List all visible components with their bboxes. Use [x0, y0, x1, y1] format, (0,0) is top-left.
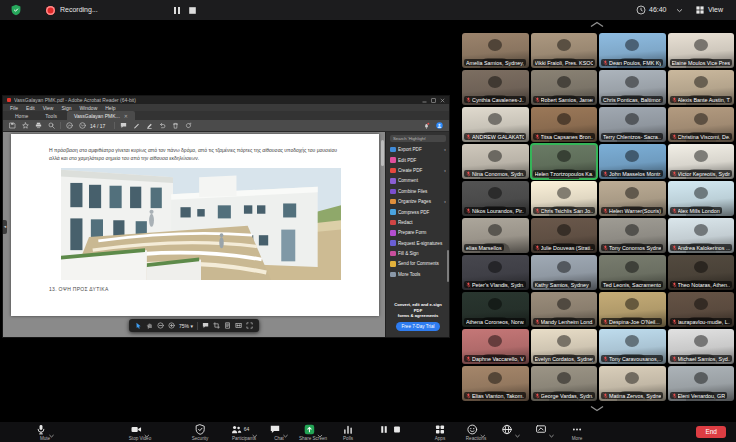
- encryption-shield-icon[interactable]: [10, 4, 22, 16]
- share-control[interactable]: Share Screen: [299, 424, 327, 441]
- participant-tile[interactable]: ANDREW GALAKATO...: [462, 107, 529, 142]
- pencil-icon[interactable]: [133, 122, 140, 129]
- participant-tile[interactable]: Eleni Venardou, GR: [668, 366, 735, 401]
- participants-control[interactable]: 64Participants: [231, 424, 258, 441]
- comment-icon[interactable]: [120, 122, 127, 129]
- pdf-document-area[interactable]: Η πρόσβαση στο αμφιθέατρο γίνεται κυρίως…: [3, 132, 385, 337]
- reactions-control[interactable]: Reactions: [466, 424, 486, 441]
- tab-close-icon[interactable]: ✕: [124, 113, 128, 119]
- fullscreen-icon[interactable]: [246, 322, 253, 329]
- menu-help[interactable]: Help: [105, 105, 115, 111]
- participant-tile[interactable]: Peter's Vlandis, Sydn...: [462, 255, 529, 290]
- chevron-up-icon[interactable]: [549, 424, 555, 442]
- tool-item-prepare-form[interactable]: Prepare Form: [390, 228, 446, 238]
- tab-home[interactable]: Home: [8, 111, 35, 120]
- menu-edit[interactable]: Edit: [26, 105, 35, 111]
- participant-tile[interactable]: Kathy Samios, Sydney: [531, 255, 598, 290]
- tool-item-export-pdf[interactable]: Export PDF▾: [390, 145, 446, 155]
- whiteboards-control[interactable]: [536, 424, 555, 435]
- trash-icon[interactable]: [172, 122, 179, 129]
- participant-tile[interactable]: Alex Mills London: [668, 181, 735, 216]
- participant-tile[interactable]: George Vardas, Sydn...: [531, 366, 598, 401]
- refresh-icon[interactable]: [185, 122, 192, 129]
- menu-view[interactable]: View: [43, 105, 54, 111]
- timer-chevron-down-icon[interactable]: [676, 8, 683, 13]
- hand-icon[interactable]: [146, 322, 153, 329]
- tool-item-edit-pdf[interactable]: Edit PDF: [390, 155, 446, 165]
- tools-panel-scrollbar[interactable]: [447, 250, 450, 282]
- participant-tile[interactable]: Michael Samios, Syd...: [668, 329, 735, 364]
- tool-item-create-pdf[interactable]: Create PDF▾: [390, 165, 446, 175]
- tools-search-input[interactable]: Search 'Highlight': [390, 135, 446, 142]
- tool-item-request-e-signatures[interactable]: Request E-signatures: [390, 238, 446, 248]
- chevron-up-icon[interactable]: [515, 424, 521, 442]
- camera-control[interactable]: Stop Video: [129, 424, 151, 441]
- participant-tile[interactable]: Theo Notaras, Athen...: [668, 255, 735, 290]
- free-trial-button[interactable]: Free 7-Day Trial: [396, 322, 441, 331]
- participant-tile[interactable]: John Masselos Montr...: [599, 144, 666, 179]
- tool-item-send-for-comments[interactable]: Send for Comments: [390, 259, 446, 269]
- participant-tile[interactable]: Matina Zervos, Sydney: [599, 366, 666, 401]
- comment-icon[interactable]: [202, 322, 209, 329]
- close-window-icon[interactable]: [440, 98, 445, 103]
- tool-item-organize-pages[interactable]: Organize Pages▾: [390, 196, 446, 206]
- participant-tile[interactable]: Tony Caravousanos,...: [599, 329, 666, 364]
- participant-tile[interactable]: Daphne Vaccarello, V...: [462, 329, 529, 364]
- document-scrollbar[interactable]: [381, 140, 384, 166]
- view-button[interactable]: View: [708, 6, 723, 13]
- polls-control[interactable]: Polls: [343, 424, 354, 441]
- participant-tile[interactable]: Robert Samios, Jamesto...: [531, 70, 598, 105]
- fit-width-icon[interactable]: [235, 322, 242, 329]
- gallery-scroll-up-icon[interactable]: [589, 21, 605, 28]
- participant-tile[interactable]: Helen Tzortzopoulos Ka...: [531, 144, 598, 179]
- avatar-icon[interactable]: [436, 122, 443, 129]
- page-prev-icon[interactable]: [66, 122, 73, 129]
- cursor-icon[interactable]: [135, 322, 142, 329]
- undo-icon[interactable]: [159, 122, 166, 129]
- pause-recording-icon[interactable]: [172, 6, 182, 15]
- save-icon[interactable]: [9, 122, 16, 129]
- tool-item-more-tools[interactable]: More Tools: [390, 269, 446, 279]
- zoom-level[interactable]: 75% ▾: [179, 323, 193, 329]
- page-indicator[interactable]: 14 / 17: [90, 123, 105, 129]
- participant-tile[interactable]: Nikos Lourandos, Pir...: [462, 181, 529, 216]
- participant-tile[interactable]: Elaine Moulos Vice Presi...: [668, 33, 735, 68]
- participant-tile[interactable]: Despina-Joe O'Neil...: [599, 292, 666, 327]
- participant-tile[interactable]: Athena Coroneos, Norw...: [462, 292, 529, 327]
- stop-control[interactable]: [392, 424, 403, 435]
- page-thumb-icon[interactable]: [224, 322, 231, 329]
- apps-control[interactable]: Apps: [435, 424, 446, 441]
- participant-tile[interactable]: Cynthia Cavalenes-J...: [462, 70, 529, 105]
- print-icon[interactable]: [35, 122, 42, 129]
- maximize-icon[interactable]: [431, 98, 436, 103]
- participant-tile[interactable]: Ted Leonis, Sacramento...: [599, 255, 666, 290]
- participant-tile[interactable]: Chris Tsichlis San Jo...: [531, 181, 598, 216]
- mic-control[interactable]: Mute: [36, 424, 55, 441]
- participant-tile[interactable]: Tony Conomos Sydne...: [599, 218, 666, 253]
- participant-tile[interactable]: Amelia Samios, Sydney,...: [462, 33, 529, 68]
- minimize-icon[interactable]: [422, 98, 427, 103]
- zoom-out-icon[interactable]: [157, 322, 164, 329]
- crop-icon[interactable]: [213, 322, 220, 329]
- tool-item-fill-sign[interactable]: Fill & Sign: [390, 248, 446, 258]
- chat-control[interactable]: Chat: [270, 424, 289, 441]
- page-next-icon[interactable]: [79, 122, 86, 129]
- participant-tile[interactable]: elias Marsellos: [462, 218, 529, 253]
- participant-tile[interactable]: Evelyn Cordatos, Sydney: [531, 329, 598, 364]
- participant-tile[interactable]: Titsa Capsanes Bron...: [531, 107, 598, 142]
- end-meeting-button[interactable]: End: [696, 426, 726, 438]
- tool-item-compress-pdf[interactable]: Compress PDF: [390, 207, 446, 217]
- star-icon[interactable]: [22, 122, 29, 129]
- participant-tile[interactable]: Helen Warner(Souris)...: [599, 181, 666, 216]
- menu-sign[interactable]: Sign: [61, 105, 71, 111]
- participant-tile[interactable]: Vikki Fraioli, Pres. KSOCA: [531, 33, 598, 68]
- tool-item-redact[interactable]: Redact: [390, 217, 446, 227]
- participant-tile[interactable]: Victor Kepreotis, Sydne...: [668, 144, 735, 179]
- participant-tile[interactable]: Terry Chlentzos- Sacra...: [599, 107, 666, 142]
- view-grid-icon[interactable]: [695, 5, 705, 15]
- participant-tile[interactable]: laurapavlou-mudie, L...: [668, 292, 735, 327]
- interpretation-control[interactable]: [502, 424, 521, 435]
- stop-recording-icon[interactable]: [188, 6, 197, 15]
- participant-tile[interactable]: Nina Conomos, Sydn...: [462, 144, 529, 179]
- participant-tile[interactable]: Elias Vlanton, Takom...: [462, 366, 529, 401]
